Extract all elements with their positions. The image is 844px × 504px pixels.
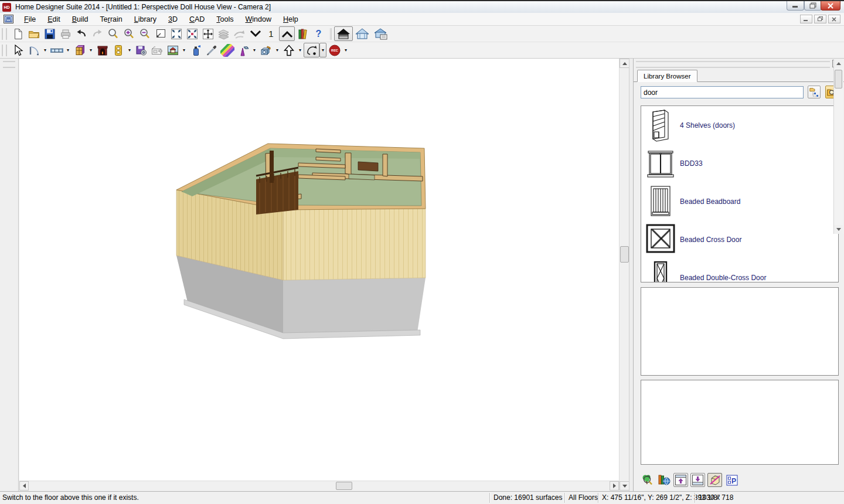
perspective-view-button[interactable] — [235, 43, 251, 57]
perspective-view-dropdown[interactable]: ▾ — [251, 43, 258, 57]
close-button[interactable] — [821, 1, 840, 11]
document-system-icon[interactable] — [4, 15, 13, 23]
layers-button[interactable] — [216, 26, 232, 41]
list-item[interactable]: Beaded Beadboard — [641, 182, 838, 220]
door-tool-dropdown[interactable]: ▾ — [42, 43, 49, 57]
fill-window-button[interactable] — [152, 26, 168, 41]
pan-window-button[interactable] — [200, 26, 216, 41]
fireplace-tool-button[interactable] — [94, 43, 110, 57]
floor-up-button[interactable] — [279, 26, 295, 41]
scroll-up-button[interactable] — [620, 59, 629, 68]
new-plan-button[interactable] — [10, 26, 26, 41]
move-up-view-button[interactable] — [281, 43, 297, 57]
dollhouse-view-button[interactable] — [334, 26, 353, 41]
walkthrough-dropdown[interactable]: ▾ — [319, 43, 326, 57]
hscroll-thumb[interactable] — [336, 482, 352, 490]
record-walkthrough-dropdown[interactable]: ▾ — [342, 43, 349, 57]
camera-view-button[interactable] — [258, 43, 274, 57]
show-bottom-pane-button[interactable] — [690, 473, 705, 487]
undo-button[interactable] — [73, 26, 89, 41]
menu-build[interactable]: Build — [66, 15, 94, 23]
zoom-out-button[interactable] — [137, 26, 152, 41]
glasshouse-view-button[interactable] — [353, 26, 372, 41]
dock-grip[interactable] — [3, 61, 15, 68]
toggle-preview-button[interactable] — [707, 473, 722, 487]
redo-button[interactable] — [89, 26, 105, 41]
floor-down-button[interactable] — [247, 26, 263, 41]
picture-tool-dropdown[interactable]: ▾ — [181, 43, 188, 57]
expand-all-button[interactable] — [168, 26, 184, 41]
toolbar-grip[interactable] — [2, 28, 7, 40]
plan-materials-button[interactable] — [372, 26, 390, 41]
move-up-view-dropdown[interactable]: ▾ — [297, 43, 304, 57]
electrical-tool-dropdown[interactable]: ▾ — [126, 43, 133, 57]
menu-file[interactable]: File — [18, 15, 42, 23]
list-scroll-up-button[interactable] — [834, 59, 843, 68]
list-item[interactable]: BDD33 — [641, 144, 838, 182]
material-painter-button[interactable] — [219, 43, 235, 57]
vscroll-thumb[interactable] — [620, 246, 629, 263]
record-walkthrough-button[interactable]: REC — [326, 43, 342, 57]
library-tree-view-button[interactable] — [808, 86, 821, 98]
mdi-restore-button[interactable] — [814, 15, 826, 23]
menu-cad[interactable]: CAD — [183, 15, 210, 23]
menu-library[interactable]: Library — [128, 15, 162, 23]
view-hscrollbar[interactable] — [19, 481, 619, 491]
select-objects-button[interactable] — [10, 43, 26, 57]
menu-window[interactable]: Window — [240, 15, 277, 23]
toolbar-grip[interactable] — [2, 45, 7, 56]
list-item[interactable]: 4 Shelves (doors) — [641, 106, 838, 144]
library-search-input[interactable] — [641, 86, 804, 98]
window-tool-dropdown[interactable]: ▾ — [64, 43, 72, 57]
scroll-right-button[interactable] — [610, 481, 619, 491]
tab-library-browser[interactable]: Library Browser — [637, 70, 697, 82]
plant-chooser-button[interactable] — [639, 473, 654, 487]
list-item[interactable]: Beaded Cross Door — [641, 220, 838, 258]
expand-selected-button[interactable] — [184, 26, 200, 41]
menu-edit[interactable]: Edit — [42, 15, 66, 23]
camera-3d-view[interactable] — [19, 59, 619, 481]
show-top-pane-button[interactable] — [673, 473, 688, 487]
import-button[interactable] — [232, 26, 247, 41]
picture-tool-button[interactable] — [165, 43, 181, 57]
library-list-scrollbar[interactable] — [833, 59, 843, 234]
view-vscrollbar[interactable] — [619, 59, 629, 491]
zoom-in-button[interactable] — [121, 26, 137, 41]
library-panel-grip[interactable] — [636, 61, 830, 68]
print-button[interactable] — [57, 26, 73, 41]
save-plan-button[interactable] — [42, 26, 57, 41]
walkthrough-button[interactable] — [304, 43, 319, 57]
cabinet-tool-dropdown[interactable]: ▾ — [87, 43, 94, 57]
list-item[interactable]: Beaded Double-Cross Door — [641, 258, 838, 282]
mdi-minimize-icon — [804, 17, 809, 22]
open-plan-button[interactable] — [26, 26, 42, 41]
electrical-tool-button[interactable] — [110, 43, 126, 57]
door-tool-button[interactable] — [26, 43, 42, 57]
menu-tools[interactable]: Tools — [210, 15, 239, 23]
scroll-left-button[interactable] — [19, 481, 29, 491]
list-scroll-thumb[interactable] — [835, 70, 842, 88]
restore-button[interactable] — [804, 1, 822, 11]
window-tool-button[interactable] — [49, 43, 64, 57]
get-additional-content-button[interactable] — [656, 473, 671, 487]
help-button[interactable]: ? — [311, 26, 326, 41]
list-scroll-down-button[interactable] — [834, 225, 843, 234]
camera-view-dropdown[interactable]: ▾ — [274, 43, 281, 57]
menu-terrain[interactable]: Terrain — [94, 15, 128, 23]
save-picture-button[interactable] — [133, 43, 149, 57]
preferences-button[interactable]: P — [724, 473, 739, 487]
spray-paint-button[interactable] — [188, 43, 203, 57]
menu-3d[interactable]: 3D — [162, 15, 183, 23]
appliance-tool-button[interactable] — [149, 43, 165, 57]
zoom-button[interactable] — [105, 26, 121, 41]
menu-help[interactable]: Help — [277, 15, 304, 23]
library-results-list[interactable]: 4 Shelves (doors) BDD33 Beaded Beadboard… — [641, 105, 839, 282]
eyedropper-button[interactable] — [203, 43, 219, 57]
mdi-close-button[interactable] — [828, 15, 840, 23]
open-folder-icon — [28, 28, 40, 40]
scroll-down-button[interactable] — [620, 481, 629, 491]
library-browser-button[interactable] — [295, 26, 311, 41]
minimize-button[interactable] — [787, 1, 804, 11]
cabinet-tool-button[interactable] — [72, 43, 87, 57]
mdi-minimize-button[interactable] — [800, 15, 812, 23]
